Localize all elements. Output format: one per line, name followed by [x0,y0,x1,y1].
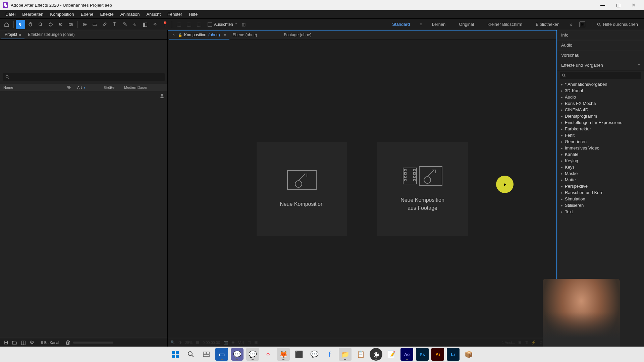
menu-bearbeiten[interactable]: Bearbeiten [19,11,47,18]
workspace-lernen[interactable]: Lernen [429,20,449,28]
lock-icon[interactable]: 🔒 [178,33,182,37]
app-icon-1[interactable]: ⬛ [292,348,305,361]
tab-ebene[interactable]: Ebene (ohne) [229,31,261,40]
channel-icon[interactable]: ◉ [231,340,235,345]
text-tool[interactable]: T [110,20,119,29]
pen-tool[interactable] [100,20,109,29]
project-empty-area[interactable] [0,91,167,338]
workspace-standard[interactable]: Standard [389,20,413,28]
close-icon[interactable]: × [172,33,175,37]
tab-komposition[interactable]: × 🔒 Komposition (ohne) ≡ [169,31,229,40]
effect-category[interactable]: ▸Audio [557,94,644,100]
menu-fenster[interactable]: Fenster [164,11,185,18]
effect-category[interactable]: ▸Maske [557,170,644,177]
hand-tool[interactable] [26,20,35,29]
world-axis[interactable]: ⬚ [184,20,194,29]
puppet-tool[interactable]: 📍 [160,20,170,29]
panel-audio[interactable]: Audio [557,40,644,50]
menu-datei[interactable]: Datei [2,11,19,18]
messenger-icon[interactable]: 💬 [308,348,321,361]
magnify-icon[interactable]: 🔍 [170,340,175,345]
grid-icon[interactable]: ▦ [196,340,199,345]
opera-icon[interactable]: ○ [262,348,274,361]
maximize-button[interactable]: ▢ [610,0,626,10]
obs-icon[interactable]: ◉ [370,348,382,361]
effect-category[interactable]: ▸Perspektive [557,183,644,189]
interpret-footage-icon[interactable] [159,93,165,99]
effect-category[interactable]: ▸Kanäle [557,151,644,158]
menu-effekte[interactable]: Effekte [97,11,117,18]
snap-to-icon[interactable]: ◫ [242,22,246,27]
effect-category[interactable]: ▸CINEMA 4D [557,107,644,113]
effect-category[interactable]: ▸Immersives Video [557,145,644,151]
workspace-menu-icon[interactable]: ≡ [420,22,422,26]
time-value[interactable]: 0:00:00:00 [203,341,220,345]
workspace-reset-icon[interactable]: ⊞ [579,21,585,27]
snapshot-icon[interactable]: 📷 [223,340,228,345]
effect-category[interactable]: ▸Text [557,208,644,215]
effect-category[interactable]: ▸Matte [557,177,644,183]
explorer-icon[interactable]: ▭ [215,348,228,361]
after-effects-icon[interactable]: Ae [400,348,413,361]
panel-info[interactable]: Info [557,30,644,40]
clone-tool[interactable]: ⟐ [130,20,140,29]
zoom-tool[interactable] [36,20,45,29]
task-view-button[interactable] [200,348,213,361]
workspace-bibliotheken[interactable]: Bibliotheken [532,20,563,28]
settings-icon[interactable]: ⚙ [28,339,36,346]
app-icon-2[interactable]: 📋 [354,348,367,361]
effect-category[interactable]: ▸Keying [557,158,644,164]
roi-icon[interactable]: ▢ [248,340,251,345]
tab-projekt[interactable]: Projekt≡ [1,31,24,39]
effect-category[interactable]: ▸Stilisieren [557,202,644,208]
files-icon[interactable]: 📁 [339,348,352,361]
effect-category[interactable]: ▸Generieren [557,138,644,145]
effect-category[interactable]: ▸Boris FX Mocha [557,100,644,107]
start-button[interactable] [169,348,182,361]
local-axis[interactable]: ⬚ [174,20,183,29]
illustrator-icon[interactable]: Ai [431,348,444,361]
firefox-icon[interactable]: 🦊 [277,348,290,361]
lightroom-icon[interactable]: Lr [447,348,460,361]
workspace-overflow-icon[interactable]: » [570,21,573,27]
facebook-icon[interactable]: f [323,348,336,361]
minimize-button[interactable]: — [595,0,610,10]
project-search[interactable] [3,73,165,81]
whatsapp-icon[interactable]: 💬 [246,348,259,361]
pixel-aspect-icon[interactable]: ◫ [525,340,528,345]
menu-ebene[interactable]: Ebene [77,11,97,18]
rotate-tool[interactable] [56,20,65,29]
search-button[interactable] [184,348,197,361]
teams-icon[interactable]: 💬 [231,348,244,361]
effect-category[interactable]: ▸Keys [557,164,644,170]
new-comp-icon[interactable]: ◫ [19,339,27,346]
camera-tool[interactable] [66,20,75,29]
bit-depth[interactable]: 8-Bit-Kanal [37,341,63,345]
snap-checkbox[interactable]: Ausrichten ⌃ ◫ [208,22,246,27]
selection-tool[interactable] [16,20,25,29]
brush-tool[interactable]: ✎ [120,20,129,29]
snap-options-icon[interactable]: ⌃ [235,22,237,26]
anchor-tool[interactable]: ⊕ [80,20,89,29]
effect-category[interactable]: ▸Rauschen und Korn [557,189,644,196]
notepad-icon[interactable]: 📝 [385,348,398,361]
col-size[interactable]: Größe [104,85,124,89]
menu-ansicht[interactable]: Ansicht [143,11,164,18]
col-tag[interactable] [67,85,77,89]
col-art[interactable]: Art▲ [77,85,104,89]
col-dur[interactable]: Medien-Dauer [124,85,164,89]
view-value[interactable]: 1 Ansi... [502,341,515,345]
tab-footage[interactable]: Footage (ohne) [280,31,315,40]
mask-icon[interactable]: ◑ [178,340,182,345]
interpret-icon[interactable]: ⊞ [2,339,9,346]
folder-icon[interactable] [11,339,18,346]
menu-komposition[interactable]: Komposition [47,11,77,18]
trash-icon[interactable]: 🗑 [64,339,72,346]
effect-category[interactable]: ▸* Animationsvorgaben [557,81,644,87]
col-name[interactable]: Name [3,85,67,89]
orbit-tool[interactable] [46,20,55,29]
resolution-value[interactable]: Voll [238,341,244,345]
rect-tool[interactable]: ▭ [90,20,99,29]
effect-category[interactable]: ▸Fehlt [557,132,644,138]
effects-search[interactable] [560,72,641,79]
